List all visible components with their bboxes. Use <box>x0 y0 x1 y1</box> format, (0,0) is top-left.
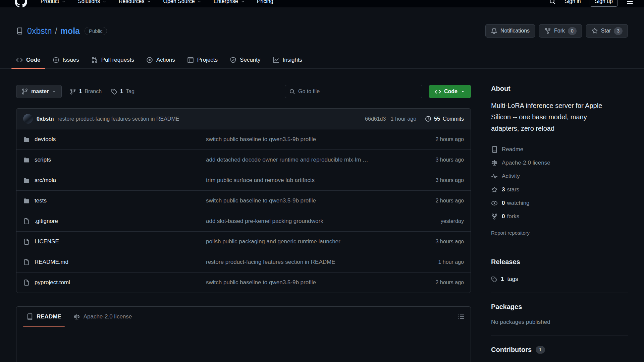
file-commit-message[interactable]: switch public baseline to qwen3.5-9b pro… <box>206 197 417 204</box>
report-repository-link[interactable]: Report repository <box>491 228 628 238</box>
file-commit-message[interactable]: polish public packaging and generic runt… <box>206 238 417 245</box>
topnav-item-label: Solutions <box>78 0 100 4</box>
file-commit-message[interactable]: trim public surface and remove lab artif… <box>206 177 417 184</box>
file-commit-message[interactable]: add slot-based pre-kernel packing ground… <box>206 218 417 225</box>
file-commit-message[interactable]: switch public baseline to qwen3.5-9b pro… <box>206 136 417 143</box>
tab-actions[interactable]: Actions <box>142 52 180 68</box>
outline-button[interactable] <box>456 311 467 322</box>
folder-icon <box>23 197 30 204</box>
file-row[interactable]: LICENSE polish public packaging and gene… <box>16 231 471 252</box>
commit-sha-time[interactable]: 66d61d3 · 1 hour ago <box>365 116 416 122</box>
topnav-item-resources[interactable]: Resources <box>119 0 151 4</box>
tab-license[interactable]: Apache-2.0 license <box>67 307 138 327</box>
packages-empty-text: No packages published <box>491 319 628 325</box>
folder-icon <box>23 136 30 143</box>
search-icon[interactable] <box>549 0 556 5</box>
branch-selector-button[interactable]: master <box>16 85 62 98</box>
git-pull-request-icon <box>91 57 98 63</box>
file-name-link[interactable]: .gitignore <box>35 218 58 225</box>
readme-panel: README Apache-2.0 license <box>16 306 471 362</box>
file-commit-message[interactable]: add detached decode owner runtime and re… <box>206 157 417 163</box>
file-name-link[interactable]: src/mola <box>35 177 56 184</box>
topnav-item-pricing[interactable]: Pricing <box>257 0 273 4</box>
commits-count: 55 <box>434 116 440 122</box>
menu-icon[interactable] <box>627 0 633 5</box>
tab-insights[interactable]: Insights <box>268 52 307 68</box>
tag-icon <box>491 276 497 283</box>
about-links: Readme Apache-2.0 license Activity 3star… <box>491 143 628 223</box>
file-name-link[interactable]: LICENSE <box>35 238 59 245</box>
file-name-link[interactable]: scripts <box>35 157 51 163</box>
tags-count-link[interactable]: 1 tags <box>491 276 628 283</box>
repo-owner-link[interactable]: 0xbstn <box>27 26 52 36</box>
tag-count: 1 <box>120 88 123 95</box>
file-name-link[interactable]: pyproject.toml <box>35 279 70 286</box>
topnav-item-enterprise[interactable]: Enterprise <box>214 0 245 4</box>
go-to-file-input[interactable] <box>298 88 418 95</box>
file-row[interactable]: .gitignore add slot-based pre-kernel pac… <box>16 211 471 231</box>
repo-separator: / <box>55 26 57 36</box>
file-commit-message[interactable]: restore product-facing features section … <box>206 259 417 265</box>
chevron-down-icon <box>147 0 151 4</box>
file-row[interactable]: pyproject.toml switch public baseline to… <box>16 272 471 293</box>
github-logo-icon[interactable] <box>15 0 27 7</box>
file-commit-time: 3 hours ago <box>417 177 464 183</box>
forks-link[interactable]: 0forks <box>491 210 628 223</box>
stars-count: 3 <box>502 186 505 193</box>
fork-button[interactable]: Fork 0 <box>539 24 582 38</box>
tab-label: Projects <box>197 57 218 63</box>
link-label: Readme <box>502 146 523 153</box>
file-row[interactable]: devtools switch public baseline to qwen3… <box>16 129 471 149</box>
readme-content <box>16 327 471 362</box>
sign-in-link[interactable]: Sign in <box>565 0 581 4</box>
commits-label: Commits <box>443 116 464 122</box>
commit-author-avatar[interactable] <box>23 114 33 124</box>
topnav-item-solutions[interactable]: Solutions <box>78 0 107 4</box>
tab-projects[interactable]: Projects <box>182 52 222 68</box>
git-branch-icon <box>70 88 76 95</box>
tab-pull-requests[interactable]: Pull requests <box>87 52 139 68</box>
file-row[interactable]: scripts add detached decode owner runtim… <box>16 149 471 170</box>
file-name-link[interactable]: devtools <box>35 136 56 143</box>
star-button[interactable]: Star 3 <box>586 24 628 38</box>
topnav-item-product[interactable]: Product <box>41 0 66 4</box>
code-icon <box>435 88 441 95</box>
commit-history-link[interactable]: 55 Commits <box>425 116 464 122</box>
stars-link[interactable]: 3stars <box>491 183 628 196</box>
folder-icon <box>23 157 30 163</box>
releases-count: 1 <box>501 276 504 283</box>
tab-code[interactable]: Code <box>11 52 45 68</box>
license-link[interactable]: Apache-2.0 license <box>491 156 628 170</box>
tab-issues[interactable]: Issues <box>48 52 84 68</box>
law-icon <box>73 313 80 320</box>
code-button[interactable]: Code <box>429 85 471 98</box>
activity-link[interactable]: Activity <box>491 170 628 183</box>
link-label: forks <box>507 213 519 220</box>
file-name-link[interactable]: README.md <box>35 259 68 265</box>
notifications-button[interactable]: Notifications <box>485 24 535 38</box>
forks-count: 0 <box>502 213 505 220</box>
notifications-label: Notifications <box>500 28 530 34</box>
tags-link[interactable]: 1 Tag <box>110 88 136 95</box>
file-commit-message[interactable]: switch public baseline to qwen3.5-9b pro… <box>206 279 417 286</box>
file-row[interactable]: src/mola trim public surface and remove … <box>16 170 471 190</box>
commit-message-link[interactable]: restore product-facing features section … <box>58 116 179 122</box>
latest-commit-bar: 0xbstn restore product-facing features s… <box>16 109 471 129</box>
tab-readme[interactable]: README <box>20 307 67 327</box>
sign-up-button[interactable]: Sign up <box>590 0 618 7</box>
watching-link[interactable]: 0watching <box>491 196 628 210</box>
topnav-item-open-source[interactable]: Open Source <box>163 0 201 4</box>
star-icon <box>591 27 598 34</box>
file-row[interactable]: README.md restore product-facing feature… <box>16 252 471 272</box>
readme-link[interactable]: Readme <box>491 143 628 156</box>
file-name-link[interactable]: tests <box>35 197 47 204</box>
main-column: master 1 Branch 1 Tag Code <box>16 85 471 362</box>
commit-author-link[interactable]: 0xbstn <box>37 116 54 122</box>
file-row[interactable]: tests switch public baseline to qwen3.5-… <box>16 190 471 211</box>
branches-link[interactable]: 1 Branch <box>68 88 103 95</box>
about-title: About <box>491 85 628 93</box>
link-label: Activity <box>502 173 520 180</box>
star-label: Star <box>601 28 611 34</box>
tab-security[interactable]: Security <box>225 52 265 68</box>
repo-name-link[interactable]: mola <box>60 26 80 36</box>
